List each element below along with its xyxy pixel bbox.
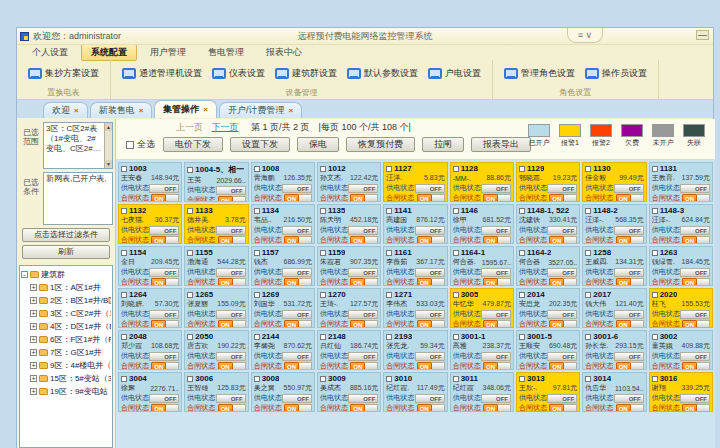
card-checkbox[interactable] <box>652 208 658 214</box>
minimize-button[interactable]: — <box>696 30 709 40</box>
on-button[interactable]: ON <box>151 194 166 203</box>
breaker-on-toggle[interactable]: ON <box>549 194 577 203</box>
breaker-on-toggle[interactable]: ON <box>682 320 710 329</box>
breaker-on-toggle[interactable]: ON <box>218 236 246 245</box>
tree-item[interactable]: +7区：G区1#井 <box>21 346 111 359</box>
on-button[interactable]: ON <box>350 362 365 371</box>
menu-item-个人设置[interactable]: 个人设置 <box>23 45 77 60</box>
on-button[interactable]: ON <box>682 404 697 413</box>
card-checkbox[interactable] <box>254 250 260 256</box>
breaker-on-toggle[interactable]: ON <box>483 236 511 245</box>
card-checkbox[interactable] <box>519 292 525 298</box>
supply-off-toggle[interactable]: OFF <box>216 352 246 361</box>
supply-off-toggle[interactable]: OFF <box>547 184 577 193</box>
supply-off-toggle[interactable]: OFF <box>149 184 179 193</box>
breaker-on-toggle[interactable]: ON <box>218 196 246 203</box>
breaker-on-toggle[interactable]: ON <box>151 278 179 287</box>
breaker-on-toggle[interactable]: ON <box>483 194 511 203</box>
on-button[interactable]: ON <box>682 194 697 203</box>
breaker-on-toggle[interactable]: ON <box>549 320 577 329</box>
card-checkbox[interactable] <box>121 166 127 172</box>
toolbar-button-报表导出[interactable]: 报表导出 <box>471 137 531 152</box>
menu-item-用户管理[interactable]: 用户管理 <box>141 45 195 60</box>
expand-icon[interactable]: + <box>30 375 37 382</box>
on-button[interactable]: ON <box>616 236 631 245</box>
selected-scope-listbox[interactable]: 3区：C区2#表（1#变电、2#变电、C区2#… ▲ ▼ <box>43 122 113 169</box>
card-checkbox[interactable] <box>453 334 459 340</box>
breaker-on-toggle[interactable]: ON <box>350 236 378 245</box>
on-button[interactable]: ON <box>218 196 233 203</box>
card-checkbox[interactable] <box>121 376 127 382</box>
on-button[interactable]: ON <box>284 404 299 413</box>
supply-off-toggle[interactable]: OFF <box>481 184 511 193</box>
on-button[interactable]: ON <box>218 320 233 329</box>
on-button[interactable]: ON <box>483 404 498 413</box>
card-checkbox[interactable] <box>585 376 591 382</box>
supply-off-toggle[interactable]: OFF <box>216 186 246 195</box>
expand-icon[interactable]: + <box>30 362 37 369</box>
breaker-on-toggle[interactable]: ON <box>417 278 445 287</box>
supply-off-toggle[interactable]: OFF <box>680 226 710 235</box>
on-button[interactable]: ON <box>616 194 631 203</box>
on-button[interactable]: ON <box>284 362 299 371</box>
expand-icon[interactable]: + <box>30 310 37 317</box>
supply-off-toggle[interactable]: OFF <box>415 184 445 193</box>
supply-off-toggle[interactable]: OFF <box>680 268 710 277</box>
on-button[interactable]: ON <box>549 362 564 371</box>
supply-off-toggle[interactable]: OFF <box>415 226 445 235</box>
supply-off-toggle[interactable]: OFF <box>348 184 378 193</box>
supply-off-toggle[interactable]: OFF <box>282 394 312 403</box>
breaker-on-toggle[interactable]: ON <box>151 194 179 203</box>
tab-新装售电[interactable]: 新装售电× <box>90 102 153 118</box>
card-checkbox[interactable] <box>121 208 127 214</box>
on-button[interactable]: ON <box>549 320 564 329</box>
supply-off-toggle[interactable]: OFF <box>680 394 710 403</box>
on-button[interactable]: ON <box>549 236 564 245</box>
collapse-icon[interactable]: - <box>21 271 28 278</box>
breaker-on-toggle[interactable]: ON <box>616 278 644 287</box>
card-checkbox[interactable] <box>519 166 525 172</box>
supply-off-toggle[interactable]: OFF <box>547 268 577 277</box>
supply-off-toggle[interactable]: OFF <box>680 184 710 193</box>
breaker-on-toggle[interactable]: ON <box>549 278 577 287</box>
on-button[interactable]: ON <box>417 194 432 203</box>
on-button[interactable]: ON <box>218 404 233 413</box>
breaker-on-toggle[interactable]: ON <box>350 194 378 203</box>
selected-condition-box[interactable]: 新网表,已开户表, <box>43 172 113 225</box>
breaker-on-toggle[interactable]: ON <box>218 320 246 329</box>
card-checkbox[interactable] <box>652 166 658 172</box>
toolbar-button-拉闸[interactable]: 拉闸 <box>422 137 464 152</box>
on-button[interactable]: ON <box>350 194 365 203</box>
toolbar-button-保电[interactable]: 保电 <box>297 137 339 152</box>
supply-off-toggle[interactable]: OFF <box>481 226 511 235</box>
supply-off-toggle[interactable]: OFF <box>481 310 511 319</box>
on-button[interactable]: ON <box>417 404 432 413</box>
expand-icon[interactable]: + <box>30 336 37 343</box>
toolbar-button-恢复预付费[interactable]: 恢复预付费 <box>346 137 415 152</box>
supply-off-toggle[interactable]: OFF <box>348 226 378 235</box>
card-checkbox[interactable] <box>519 334 525 340</box>
tree-item[interactable]: +2区：B区1#井/B区1#… <box>21 294 111 307</box>
card-checkbox[interactable] <box>121 334 127 340</box>
breaker-on-toggle[interactable]: ON <box>483 320 511 329</box>
breaker-on-toggle[interactable]: ON <box>549 236 577 245</box>
tab-close-icon[interactable]: × <box>74 106 79 115</box>
choose-filter-button[interactable]: 点击选择过滤条件 <box>22 228 110 242</box>
on-button[interactable]: ON <box>483 362 498 371</box>
on-button[interactable]: ON <box>284 278 299 287</box>
on-button[interactable]: ON <box>616 320 631 329</box>
ribbon-button[interactable]: 建筑群设置 <box>270 64 342 83</box>
breaker-on-toggle[interactable]: ON <box>151 362 179 371</box>
card-checkbox[interactable] <box>254 376 260 382</box>
on-button[interactable]: ON <box>616 404 631 413</box>
expand-icon[interactable]: + <box>30 284 37 291</box>
breaker-on-toggle[interactable]: ON <box>151 404 179 413</box>
breaker-on-toggle[interactable]: ON <box>417 236 445 245</box>
on-button[interactable]: ON <box>151 278 166 287</box>
supply-off-toggle[interactable]: OFF <box>348 394 378 403</box>
on-button[interactable]: ON <box>284 194 299 203</box>
on-button[interactable]: ON <box>350 236 365 245</box>
breaker-on-toggle[interactable]: ON <box>616 320 644 329</box>
toolbar-button-设置下发[interactable]: 设置下发 <box>230 137 290 152</box>
breaker-on-toggle[interactable]: ON <box>284 278 312 287</box>
